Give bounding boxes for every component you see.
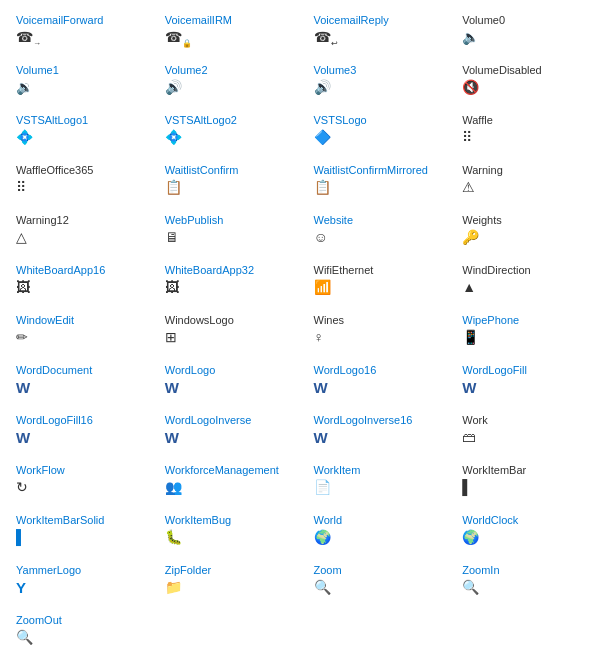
icon-glyph: W	[314, 430, 328, 445]
list-item: Zoom 🔍	[306, 558, 455, 608]
icon-label: WipePhone	[462, 314, 519, 327]
icon-glyph: 🔊	[165, 80, 182, 94]
icon-glyph: W	[16, 430, 30, 445]
icon-label: VoicemailReply	[314, 14, 389, 27]
list-item: Website ☺	[306, 208, 455, 258]
list-item	[157, 608, 306, 658]
icon-glyph: ✏	[16, 330, 28, 344]
list-item: WordLogoFill16 W	[8, 408, 157, 458]
icon-glyph: 💠	[165, 130, 182, 144]
icon-label: VSTSAltLogo2	[165, 114, 237, 127]
icon-label: WifiEthernet	[314, 264, 374, 277]
list-item: WifiEthernet 📶	[306, 258, 455, 308]
icon-label: Volume1	[16, 64, 59, 77]
icon-glyph: 🔷	[314, 130, 331, 144]
icon-label: Weights	[462, 214, 502, 227]
list-item: VSTSLogo 🔷	[306, 108, 455, 158]
list-item: WaitlistConfirmMirrored 📋	[306, 158, 455, 208]
icon-label: WordLogoFill16	[16, 414, 93, 427]
list-item: WorldClock 🌍	[454, 508, 603, 558]
icon-glyph: △	[16, 230, 27, 244]
icon-label: WorkItem	[314, 464, 361, 477]
icon-label: VoicemailForward	[16, 14, 103, 27]
icon-glyph: 💠	[16, 130, 33, 144]
icon-glyph: W	[16, 380, 30, 395]
list-item: Warning ⚠	[454, 158, 603, 208]
icon-label: VolumeDisabled	[462, 64, 542, 77]
list-item: WorkItem 📄	[306, 458, 455, 508]
icon-label: Zoom	[314, 564, 342, 577]
list-item: WorkItemBar ▌	[454, 458, 603, 508]
list-item: WorkItemBug 🐛	[157, 508, 306, 558]
icon-glyph: 🌍	[462, 530, 479, 544]
icon-label: Wines	[314, 314, 345, 327]
icon-glyph: 🔑	[462, 230, 479, 244]
list-item: WindowsLogo ⊞	[157, 308, 306, 358]
icon-glyph: 🌍	[314, 530, 331, 544]
list-item: ZoomIn 🔍	[454, 558, 603, 608]
icon-label: ZoomOut	[16, 614, 62, 627]
list-item: Volume2 🔊	[157, 58, 306, 108]
icon-label: WordLogoFill	[462, 364, 527, 377]
icon-glyph: ⠿	[16, 180, 26, 194]
icon-label: Warning12	[16, 214, 69, 227]
icon-label: Work	[462, 414, 487, 427]
icon-label: WaffleOffice365	[16, 164, 93, 177]
icon-glyph: 🔇	[462, 80, 479, 94]
list-item: WaitlistConfirm 📋	[157, 158, 306, 208]
icon-label: WordLogo	[165, 364, 216, 377]
icon-glyph: 🐛	[165, 530, 182, 544]
list-item: Wines ♀	[306, 308, 455, 358]
list-item: ZipFolder 📁	[157, 558, 306, 608]
list-item: VSTSAltLogo2 💠	[157, 108, 306, 158]
icon-label: VoicemailIRM	[165, 14, 232, 27]
list-item: WhiteBoardApp32 🖼	[157, 258, 306, 308]
icon-label: WorkforceManagement	[165, 464, 279, 477]
list-item: VoicemailReply ☎↩	[306, 8, 455, 58]
list-item: WipePhone 📱	[454, 308, 603, 358]
icon-label: WhiteBoardApp32	[165, 264, 254, 277]
icon-glyph: 📱	[462, 330, 479, 344]
icon-glyph: W	[462, 380, 476, 395]
icon-glyph: 📄	[314, 480, 331, 494]
list-item: WordLogoInverse16 W	[306, 408, 455, 458]
list-item: VSTSAltLogo1 💠	[8, 108, 157, 158]
icon-glyph: ▲	[462, 280, 476, 294]
list-item: VoicemailForward ☎→	[8, 8, 157, 58]
list-item: WordLogoFill W	[454, 358, 603, 408]
icon-glyph: 🔍	[16, 630, 33, 644]
list-item: WaffleOffice365 ⠿	[8, 158, 157, 208]
icon-glyph: 🔍	[462, 580, 479, 594]
icon-label: WorkItemBug	[165, 514, 231, 527]
list-item: WhiteBoardApp16 🖼	[8, 258, 157, 308]
icon-glyph: 🖼	[165, 280, 179, 294]
list-item: WordLogoInverse W	[157, 408, 306, 458]
icon-label: WebPublish	[165, 214, 224, 227]
list-item: Warning12 △	[8, 208, 157, 258]
list-item: WorkItemBarSolid ▌	[8, 508, 157, 558]
icon-label: WorkItemBar	[462, 464, 526, 477]
list-item: WindDirection ▲	[454, 258, 603, 308]
icon-label: WindowsLogo	[165, 314, 234, 327]
icon-glyph: ▌	[462, 480, 472, 494]
icon-glyph: 📶	[314, 280, 331, 294]
icon-glyph: 🔊	[314, 80, 331, 94]
icon-label: Volume2	[165, 64, 208, 77]
icon-glyph: 🔍	[314, 580, 331, 594]
list-item: VoicemailIRM ☎🔒	[157, 8, 306, 58]
icon-label: Waffle	[462, 114, 493, 127]
icon-label: WordLogo16	[314, 364, 377, 377]
icon-glyph: 🔈	[462, 30, 479, 44]
list-item: WordLogo16 W	[306, 358, 455, 408]
icon-label: Warning	[462, 164, 503, 177]
icon-label: WaitlistConfirm	[165, 164, 239, 177]
list-item: VolumeDisabled 🔇	[454, 58, 603, 108]
icon-label: VSTSAltLogo1	[16, 114, 88, 127]
icon-glyph: 👥	[165, 480, 182, 494]
icon-label: Volume3	[314, 64, 357, 77]
icon-label: WordLogoInverse	[165, 414, 252, 427]
list-item: Weights 🔑	[454, 208, 603, 258]
list-item: Work 🗃	[454, 408, 603, 458]
list-item: WebPublish 🖥	[157, 208, 306, 258]
list-item: ZoomOut 🔍	[8, 608, 157, 658]
